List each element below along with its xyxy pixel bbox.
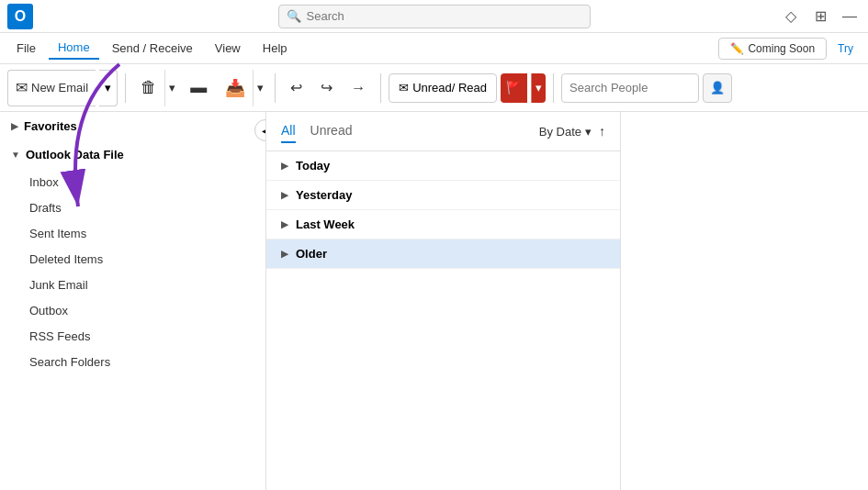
email-group-older: ▶ Older	[266, 239, 620, 269]
sidebar-favorites-header[interactable]: ▶ Favorites	[0, 112, 265, 140]
move-group: 📥 ▾	[218, 70, 267, 106]
menu-help[interactable]: Help	[254, 38, 297, 59]
flag-dropdown[interactable]: ▾	[531, 73, 546, 103]
unread-read-button[interactable]: ✉ Unread/ Read	[389, 73, 497, 103]
menu-view[interactable]: View	[206, 38, 250, 59]
title-bar: O 🔍 ◇ ⊞ —	[0, 0, 868, 33]
menu-file[interactable]: File	[7, 38, 45, 59]
unread-read-icon: ✉	[399, 81, 409, 95]
divider-1	[125, 73, 126, 103]
email-group-yesterday-header[interactable]: ▶ Yesterday	[266, 181, 620, 209]
sidebar-item-sent-items[interactable]: Sent Items	[4, 221, 262, 246]
avatar-icon: 👤	[710, 81, 725, 95]
archive-button[interactable]: ▬	[183, 70, 214, 106]
menu-bar: File Home Send / Receive View Help ✏️ Co…	[0, 33, 868, 64]
detail-panel	[620, 112, 868, 490]
sidebar: ◀ ▶ Favorites ▼ Outlook Data File Inbox …	[0, 112, 266, 490]
tab-all[interactable]: All	[281, 119, 296, 143]
forward-button[interactable]: →	[344, 70, 373, 106]
coming-soon-button[interactable]: ✏️ Coming Soon	[718, 38, 827, 60]
favorites-chevron-icon: ▶	[11, 121, 18, 131]
today-chevron-icon: ▶	[281, 161, 288, 171]
search-people-input[interactable]	[561, 73, 699, 103]
undo-icon: ↩	[290, 79, 302, 96]
toolbar: ✉ New Email ▾ 🗑 ▾ ▬ 📥 ▾ ↩ ↪ → ✉ Unread/ …	[0, 64, 868, 112]
sort-order-button[interactable]: ↑	[599, 124, 605, 139]
divider-4	[553, 73, 554, 103]
menu-send-receive[interactable]: Send / Receive	[103, 38, 202, 59]
datafile-chevron-icon: ▼	[11, 150, 20, 160]
yesterday-chevron-icon: ▶	[281, 190, 288, 200]
sidebar-item-junk-email[interactable]: Junk Email	[4, 273, 262, 297]
forward-icon: →	[351, 80, 366, 96]
archive-icon: ▬	[190, 78, 207, 97]
sort-chevron-icon: ▾	[585, 125, 592, 139]
title-search-box[interactable]: 🔍	[278, 5, 591, 28]
undo-button[interactable]: ↩	[283, 70, 310, 106]
minimize-button[interactable]: —	[839, 6, 861, 28]
new-email-button[interactable]: ✉ New Email	[7, 70, 96, 106]
sidebar-item-deleted-items[interactable]: Deleted Items	[4, 247, 262, 272]
divider-3	[380, 73, 381, 103]
title-search-input[interactable]	[307, 9, 582, 23]
diamond-icon[interactable]: ◇	[780, 6, 802, 28]
email-group-today-header[interactable]: ▶ Today	[266, 151, 620, 180]
sidebar-item-inbox[interactable]: Inbox	[4, 170, 262, 195]
delete-icon: 🗑	[141, 78, 157, 97]
try-button[interactable]: Try	[830, 39, 861, 59]
divider-2	[275, 73, 276, 103]
sidebar-item-search-folders[interactable]: Search Folders	[4, 350, 262, 374]
delete-dropdown[interactable]: ▾	[164, 70, 179, 106]
move-dropdown[interactable]: ▾	[253, 70, 267, 106]
menu-home[interactable]: Home	[49, 37, 99, 60]
redo-icon: ↪	[321, 79, 333, 96]
new-email-dropdown[interactable]: ▾	[99, 70, 118, 106]
email-group-yesterday: ▶ Yesterday	[266, 181, 620, 210]
qr-icon[interactable]: ⊞	[809, 6, 831, 28]
move-icon: 📥	[225, 78, 245, 98]
move-button[interactable]: 📥	[218, 70, 253, 106]
new-email-icon: ✉	[16, 79, 28, 96]
title-bar-actions: ◇ ⊞ —	[780, 6, 861, 28]
delete-button[interactable]: 🗑	[133, 70, 164, 106]
sidebar-item-drafts[interactable]: Drafts	[4, 195, 262, 220]
flag-icon: 🚩	[506, 81, 522, 95]
flag-button[interactable]: 🚩	[501, 73, 527, 103]
email-group-older-header[interactable]: ▶ Older	[266, 239, 620, 268]
sidebar-item-rss-feeds[interactable]: RSS Feeds	[4, 324, 262, 349]
email-group-today: ▶ Today	[266, 151, 620, 181]
tab-unread[interactable]: Unread	[310, 119, 353, 143]
sidebar-item-outbox[interactable]: Outbox	[4, 298, 262, 323]
email-group-lastweek-header[interactable]: ▶ Last Week	[266, 210, 620, 239]
sort-control: By Date ▾ ↑	[539, 124, 605, 139]
content-area: All Unread By Date ▾ ↑ ▶ Today ▶ Yesterd…	[266, 112, 620, 490]
search-icon: 🔍	[287, 9, 301, 23]
delete-group: 🗑 ▾	[133, 70, 179, 106]
lastweek-chevron-icon: ▶	[281, 219, 288, 229]
avatar-button[interactable]: 👤	[703, 73, 732, 103]
app-logo: O	[7, 4, 33, 29]
sort-button[interactable]: By Date ▾	[539, 125, 592, 139]
pencil-icon: ✏️	[730, 42, 744, 55]
redo-button[interactable]: ↪	[313, 70, 340, 106]
email-group-lastweek: ▶ Last Week	[266, 210, 620, 239]
main-layout: ◀ ▶ Favorites ▼ Outlook Data File Inbox …	[0, 112, 868, 490]
older-chevron-icon: ▶	[281, 249, 288, 259]
email-list-header: All Unread By Date ▾ ↑	[266, 112, 620, 151]
sidebar-datafile-header[interactable]: ▼ Outlook Data File	[0, 140, 265, 169]
